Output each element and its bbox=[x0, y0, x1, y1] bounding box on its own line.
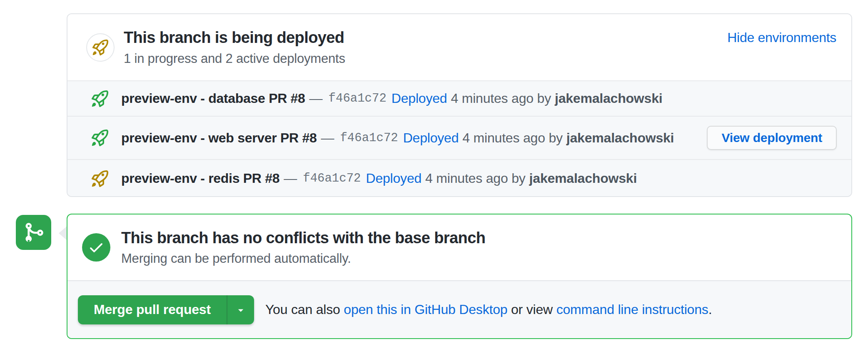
separator-dash: — bbox=[321, 130, 334, 146]
merge-status-card: This branch has no conflicts with the ba… bbox=[67, 214, 852, 339]
deployments-subtitle: 1 in progress and 2 active deployments bbox=[124, 51, 345, 66]
alt-text-middle: or view bbox=[507, 302, 556, 317]
deployment-time: 4 minutes ago by bbox=[425, 171, 526, 186]
rocket-icon bbox=[92, 170, 108, 187]
deployment-name: preview-env - database PR #8 bbox=[121, 91, 305, 106]
deployment-author: jakemalachowski bbox=[555, 91, 663, 106]
merge-actions-footer: Merge pull request You can also open thi… bbox=[67, 280, 851, 338]
merge-status-subtitle: Merging can be performed automatically. bbox=[121, 251, 485, 266]
merge-status-title: This branch has no conflicts with the ba… bbox=[121, 229, 485, 248]
commit-sha: f46a1c72 bbox=[340, 131, 398, 145]
deployment-row-database: preview-env - database PR #8 — f46a1c72 … bbox=[67, 80, 851, 116]
deployed-link[interactable]: Deployed bbox=[403, 130, 459, 146]
merge-status-header: This branch has no conflicts with the ba… bbox=[67, 214, 851, 280]
deployment-row-web-server: preview-env - web server PR #8 — f46a1c7… bbox=[67, 116, 851, 159]
check-circle-badge bbox=[82, 233, 110, 262]
commit-sha: f46a1c72 bbox=[329, 92, 387, 105]
deployment-name: preview-env - web server PR #8 bbox=[121, 130, 317, 146]
check-icon bbox=[88, 239, 105, 256]
deployments-title: This branch is being deployed bbox=[124, 28, 345, 47]
deployed-link[interactable]: Deployed bbox=[366, 171, 422, 186]
hide-environments-link[interactable]: Hide environments bbox=[727, 30, 836, 45]
separator-dash: — bbox=[309, 91, 323, 106]
deployments-card: This branch is being deployed 1 in progr… bbox=[67, 13, 852, 197]
commit-sha: f46a1c72 bbox=[303, 172, 361, 185]
github-desktop-link[interactable]: open this in GitHub Desktop bbox=[344, 302, 507, 317]
git-merge-timeline-badge bbox=[16, 215, 51, 250]
git-merge-icon bbox=[23, 222, 45, 243]
deployment-time: 4 minutes ago by bbox=[462, 130, 563, 146]
deployment-author: jakemalachowski bbox=[529, 171, 637, 186]
command-line-instructions-link[interactable]: command line instructions bbox=[556, 302, 708, 317]
view-deployment-button[interactable]: View deployment bbox=[707, 126, 837, 150]
rocket-circle-badge bbox=[86, 33, 115, 62]
deployments-header: This branch is being deployed 1 in progr… bbox=[67, 14, 851, 80]
alt-text-suffix: . bbox=[708, 302, 712, 317]
deployment-name: preview-env - redis PR #8 bbox=[121, 171, 279, 186]
rocket-icon bbox=[92, 90, 108, 107]
deployment-time: 4 minutes ago by bbox=[451, 91, 551, 106]
merge-button-group: Merge pull request bbox=[78, 295, 254, 324]
merge-alternatives-text: You can also open this in GitHub Desktop… bbox=[265, 302, 712, 317]
deployments-header-text: This branch is being deployed 1 in progr… bbox=[124, 28, 345, 66]
rocket-icon bbox=[92, 130, 108, 146]
rocket-icon bbox=[92, 40, 108, 55]
deployed-link[interactable]: Deployed bbox=[392, 91, 447, 106]
deployment-author: jakemalachowski bbox=[566, 130, 674, 146]
merge-options-dropdown-button[interactable] bbox=[227, 295, 254, 324]
merge-pull-request-button[interactable]: Merge pull request bbox=[78, 295, 227, 324]
chevron-down-icon bbox=[235, 304, 246, 315]
alt-text-prefix: You can also bbox=[265, 302, 344, 317]
deployment-row-redis: preview-env - redis PR #8 — f46a1c72 Dep… bbox=[67, 159, 851, 197]
separator-dash: — bbox=[284, 171, 297, 186]
merge-header-text: This branch has no conflicts with the ba… bbox=[121, 229, 485, 267]
